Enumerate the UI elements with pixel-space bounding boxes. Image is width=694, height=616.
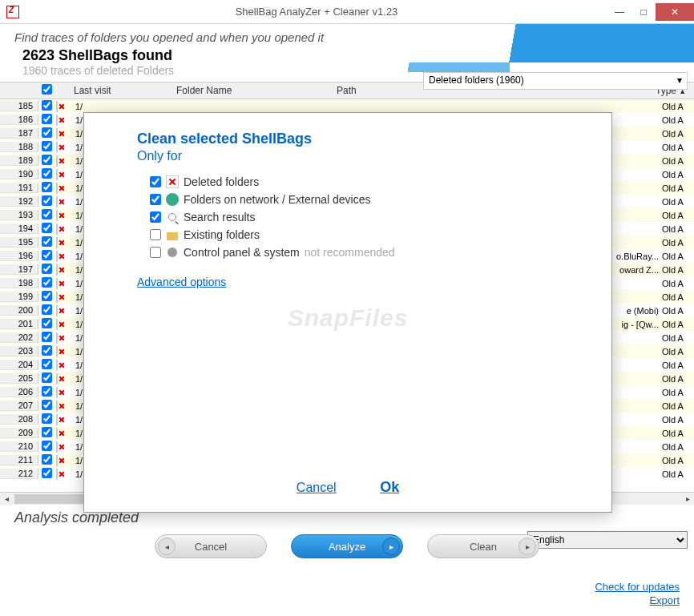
row-checkbox[interactable] bbox=[42, 359, 52, 369]
row-type: Old A bbox=[662, 469, 694, 479]
row-type: Old A bbox=[662, 442, 694, 452]
window-title: ShellBag AnalyZer + Cleaner v1.23 bbox=[26, 6, 607, 18]
advanced-options-link[interactable]: Advanced options bbox=[137, 276, 226, 288]
opt-controlpanel-checkbox[interactable] bbox=[150, 247, 161, 258]
row-checkbox[interactable] bbox=[42, 182, 52, 192]
deleted-icon bbox=[56, 455, 58, 466]
row-checkbox[interactable] bbox=[42, 413, 52, 424]
row-type: Old A bbox=[662, 102, 694, 111]
row-path-tail: e (Mobi) bbox=[627, 306, 662, 316]
opt-deleted-label: Deleted folders bbox=[184, 175, 259, 188]
row-type: Old A bbox=[662, 265, 694, 275]
opt-network-label: Folders on network / External devices bbox=[184, 193, 370, 206]
row-type: Old A bbox=[662, 183, 694, 193]
row-checkbox[interactable] bbox=[42, 141, 52, 151]
col-lastvisit[interactable]: Last visit bbox=[72, 85, 176, 96]
row-index: 198 bbox=[0, 278, 38, 288]
close-button[interactable]: ✕ bbox=[656, 3, 694, 21]
deleted-icon bbox=[56, 128, 58, 139]
deleted-icon bbox=[56, 346, 58, 357]
row-checkbox[interactable] bbox=[42, 318, 52, 328]
opt-existing-checkbox[interactable] bbox=[150, 229, 161, 240]
opt-search-checkbox[interactable] bbox=[150, 211, 161, 223]
deleted-icon bbox=[56, 210, 58, 221]
language-select[interactable]: English bbox=[527, 531, 688, 549]
row-checkbox[interactable] bbox=[42, 195, 52, 206]
opt-deleted-checkbox[interactable] bbox=[150, 176, 161, 187]
col-foldername[interactable]: Folder Name bbox=[176, 85, 337, 96]
dialog-ok-button[interactable]: Ok bbox=[380, 479, 399, 495]
row-index: 191 bbox=[0, 183, 38, 193]
row-type: Old A bbox=[662, 388, 694, 397]
select-all-checkbox[interactable] bbox=[42, 84, 52, 95]
row-checkbox[interactable] bbox=[42, 291, 52, 301]
row-checkbox[interactable] bbox=[42, 427, 52, 437]
row-checkbox[interactable] bbox=[42, 454, 52, 465]
found-count: 2623 ShellBags found bbox=[22, 47, 680, 64]
deleted-icon bbox=[56, 101, 58, 112]
row-type: Old A bbox=[662, 360, 694, 370]
deleted-icon bbox=[166, 175, 179, 188]
deleted-icon bbox=[56, 142, 58, 153]
row-index: 194 bbox=[0, 223, 38, 234]
check-updates-link[interactable]: Check for updates bbox=[595, 581, 680, 593]
dialog-cancel-button[interactable]: Cancel bbox=[297, 481, 337, 494]
cancel-button[interactable]: ◂Cancel bbox=[155, 534, 267, 558]
row-checkbox[interactable] bbox=[42, 223, 52, 233]
table-row[interactable]: 1851/Old A bbox=[0, 99, 694, 113]
row-path-tail: oward Z... bbox=[619, 265, 662, 275]
deleted-icon bbox=[56, 332, 58, 344]
maximize-button[interactable]: □ bbox=[631, 3, 656, 21]
row-index: 189 bbox=[0, 155, 38, 166]
deleted-icon bbox=[56, 237, 58, 248]
clean-button[interactable]: Clean▸ bbox=[427, 534, 539, 558]
row-type: Old A bbox=[662, 224, 694, 234]
opt-network-checkbox[interactable] bbox=[150, 194, 161, 205]
row-checkbox[interactable] bbox=[42, 236, 52, 247]
deleted-icon bbox=[56, 441, 58, 453]
row-checkbox[interactable] bbox=[42, 209, 52, 219]
deleted-icon bbox=[56, 428, 58, 439]
deleted-icon bbox=[56, 292, 58, 303]
row-index: 197 bbox=[0, 264, 38, 275]
row-checkbox[interactable] bbox=[42, 277, 52, 288]
row-checkbox[interactable] bbox=[42, 345, 52, 356]
row-index: 190 bbox=[0, 169, 38, 179]
row-checkbox[interactable] bbox=[42, 386, 52, 397]
row-checkbox[interactable] bbox=[42, 441, 52, 451]
row-checkbox[interactable] bbox=[42, 372, 52, 383]
watermark: SnapFiles bbox=[288, 304, 409, 332]
row-checkbox[interactable] bbox=[42, 250, 52, 260]
row-type: Old A bbox=[662, 456, 694, 465]
deleted-icon bbox=[56, 251, 58, 262]
filter-dropdown[interactable]: Deleted folders (1960) ▾ bbox=[423, 72, 688, 90]
row-checkbox[interactable] bbox=[42, 100, 52, 111]
row-index: 206 bbox=[0, 387, 38, 397]
deleted-icon bbox=[56, 196, 58, 207]
row-checkbox[interactable] bbox=[42, 264, 52, 274]
export-link[interactable]: Export bbox=[595, 594, 680, 606]
row-index: 207 bbox=[0, 401, 38, 411]
analyze-button[interactable]: Analyze▸ bbox=[291, 534, 403, 558]
opt-search-label: Search results bbox=[184, 211, 255, 223]
row-type: Old A bbox=[662, 143, 694, 152]
row-type: Old A bbox=[662, 306, 694, 316]
row-index: 208 bbox=[0, 414, 38, 425]
row-checkbox[interactable] bbox=[42, 168, 52, 179]
row-checkbox[interactable] bbox=[42, 400, 52, 410]
row-checkbox[interactable] bbox=[42, 155, 52, 165]
row-checkbox[interactable] bbox=[42, 304, 52, 315]
row-index: 201 bbox=[0, 319, 38, 329]
row-type: Old A bbox=[662, 320, 694, 329]
row-checkbox[interactable] bbox=[42, 468, 52, 478]
row-type: Old A bbox=[662, 292, 694, 302]
row-checkbox[interactable] bbox=[42, 114, 52, 124]
row-checkbox[interactable] bbox=[42, 332, 52, 342]
minimize-button[interactable]: — bbox=[607, 3, 631, 21]
row-index: 204 bbox=[0, 360, 38, 370]
folder-icon bbox=[167, 232, 178, 240]
row-index: 205 bbox=[0, 373, 38, 384]
deleted-icon bbox=[56, 223, 58, 235]
row-checkbox[interactable] bbox=[42, 127, 52, 138]
not-recommended-note: not recommended bbox=[305, 246, 395, 259]
